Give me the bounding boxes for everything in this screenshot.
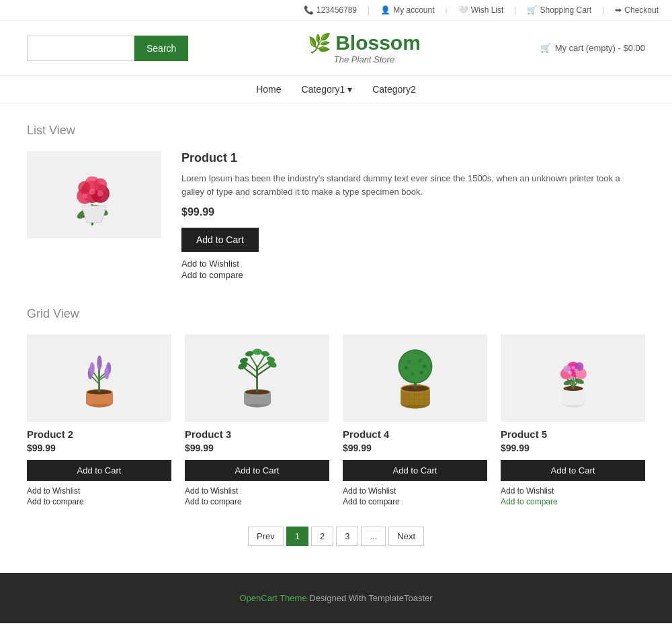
list-product-title: Product 1 xyxy=(181,151,645,165)
footer-text: Designed With TemplateToaster xyxy=(307,593,433,603)
pagination-next-button[interactable]: Next xyxy=(388,527,424,546)
list-add-to-cart-button[interactable]: Add to Cart xyxy=(181,228,259,252)
search-button[interactable]: Search xyxy=(134,36,188,61)
separator-3: | xyxy=(514,5,516,15)
footer-opencart-link[interactable]: OpenCart Theme xyxy=(239,593,306,603)
grid-add-to-cart-4-button[interactable]: Add to Cart xyxy=(343,460,487,481)
svg-point-11 xyxy=(83,193,87,198)
wish-list-link[interactable]: 🤍 Wish List xyxy=(458,5,504,15)
svg-point-25 xyxy=(104,367,109,379)
grid-product-3-image xyxy=(185,334,329,422)
checkout-icon: ➡ xyxy=(615,5,622,15)
svg-point-26 xyxy=(97,355,101,370)
search-input[interactable] xyxy=(27,36,134,61)
grid-product-5-title: Product 5 xyxy=(501,428,645,440)
pagination-page-1-button[interactable]: 1 xyxy=(286,527,308,546)
svg-point-58 xyxy=(399,351,431,382)
logo-text: Blossom xyxy=(335,32,421,54)
pagination-page-2-button[interactable]: 2 xyxy=(311,527,333,546)
grid-product-4-image xyxy=(343,334,487,422)
grid-product-4: Product 4 $99.99 Add to Cart Add to Wish… xyxy=(343,334,487,506)
svg-point-61 xyxy=(404,366,407,369)
grid-add-to-cart-2-button[interactable]: Add to Cart xyxy=(27,460,171,481)
grid-wishlist-3-link[interactable]: Add to Wishlist xyxy=(185,486,329,496)
nav: Home Category1 ▾ Category2 xyxy=(0,76,672,103)
checkout-label: Checkout xyxy=(624,5,659,15)
product4-image-svg xyxy=(388,345,442,412)
nav-home-label: Home xyxy=(256,84,281,95)
pagination-prev-button[interactable]: Prev xyxy=(248,527,284,546)
pagination: Prev 1 2 3 ... Next xyxy=(27,527,645,546)
grid-product-3-price: $99.99 xyxy=(185,443,329,453)
separator-4: | xyxy=(602,5,604,15)
grid-product-5-price: $99.99 xyxy=(501,443,645,453)
phone-number: 123456789 xyxy=(317,5,357,15)
svg-point-44 xyxy=(252,349,262,355)
grid-product-3-links: Add to Wishlist Add to compare xyxy=(185,486,329,506)
grid-wishlist-4-link[interactable]: Add to Wishlist xyxy=(343,486,487,496)
cart-area[interactable]: 🛒 My cart (empty) - $0.00 xyxy=(540,43,645,53)
list-product-price: $99.99 xyxy=(181,206,645,218)
svg-point-84 xyxy=(574,369,578,373)
nav-home[interactable]: Home xyxy=(256,84,281,95)
grid-product-2-links: Add to Wishlist Add to compare xyxy=(27,486,171,506)
svg-point-12 xyxy=(97,191,103,197)
checkout-link[interactable]: ➡ Checkout xyxy=(615,5,659,15)
product1-image-svg xyxy=(54,158,134,232)
grid-product-4-title: Product 4 xyxy=(343,428,487,440)
grid-product-2: Product 2 $99.99 Add to Cart Add to Wish… xyxy=(27,334,171,506)
grid-compare-5-link[interactable]: Add to compare xyxy=(501,497,645,506)
list-view-item: Product 1 Lorem Ipsum has been the indus… xyxy=(27,151,645,280)
grid-compare-4-link[interactable]: Add to compare xyxy=(343,497,487,506)
grid-compare-2-link[interactable]: Add to compare xyxy=(27,497,171,506)
grid-product-5-image xyxy=(501,334,645,422)
svg-point-62 xyxy=(422,365,425,368)
header: Search 🌿 Blossom The Plant Store 🛒 My ca… xyxy=(0,21,672,76)
nav-category1[interactable]: Category1 ▾ xyxy=(302,84,353,95)
svg-line-33 xyxy=(257,366,271,375)
svg-point-64 xyxy=(419,371,423,374)
main-content: List View xyxy=(13,124,659,546)
nav-category1-label: Category1 xyxy=(302,84,345,95)
grid-wishlist-5-link[interactable]: Add to Wishlist xyxy=(501,486,645,496)
separator-2: | xyxy=(446,5,448,15)
grid-product-5-links: Add to Wishlist Add to compare xyxy=(501,486,645,506)
grid-product-4-links: Add to Wishlist Add to compare xyxy=(343,486,487,506)
product2-image-svg xyxy=(73,345,126,412)
shopping-cart-link[interactable]: 🛒 Shopping Cart xyxy=(527,5,591,15)
shopping-cart-label: Shopping Cart xyxy=(540,5,591,15)
list-product-description: Lorem Ipsum has been the industry's stan… xyxy=(181,172,645,198)
grid-wishlist-2-link[interactable]: Add to Wishlist xyxy=(27,486,171,496)
pagination-page-3-button[interactable]: 3 xyxy=(336,527,358,546)
my-account-label: My account xyxy=(393,5,434,15)
svg-point-59 xyxy=(407,360,411,363)
grid-add-to-cart-5-button[interactable]: Add to Cart xyxy=(501,460,645,481)
logo-leaf-icon: 🌿 xyxy=(308,32,331,54)
account-icon: 👤 xyxy=(380,5,390,15)
list-add-to-wishlist-link[interactable]: Add to Wishlist xyxy=(181,259,645,269)
my-account-link[interactable]: 👤 My account xyxy=(380,5,434,15)
svg-marker-3 xyxy=(82,206,107,223)
nav-category2[interactable]: Category2 xyxy=(372,84,416,95)
phone-icon: 📞 xyxy=(304,5,314,15)
grid-product-2-price: $99.99 xyxy=(27,443,171,453)
nav-category2-label: Category2 xyxy=(372,84,416,95)
list-add-to-compare-link[interactable]: Add to compare xyxy=(181,270,645,280)
cart-label: My cart (empty) - $0.00 xyxy=(555,43,645,53)
list-product-links: Add to Wishlist Add to compare xyxy=(181,259,645,280)
svg-line-32 xyxy=(244,368,257,378)
grid-product-3-title: Product 3 xyxy=(185,428,329,440)
product5-image-svg xyxy=(546,345,600,412)
footer: OpenCart Theme Designed With TemplateToa… xyxy=(0,573,672,623)
grid-add-to-cart-3-button[interactable]: Add to Cart xyxy=(185,460,329,481)
grid-product-3: Product 3 $99.99 Add to Cart Add to Wish… xyxy=(185,334,329,506)
logo-title: 🌿 Blossom xyxy=(308,32,421,54)
svg-line-36 xyxy=(250,355,257,367)
svg-point-24 xyxy=(89,362,94,374)
svg-point-83 xyxy=(568,371,571,374)
phone-link[interactable]: 📞 123456789 xyxy=(304,5,357,15)
grid-product-5: Product 5 $99.99 Add to Cart Add to Wish… xyxy=(501,334,645,506)
pagination-ellipsis-button[interactable]: ... xyxy=(361,527,386,546)
grid-compare-3-link[interactable]: Add to compare xyxy=(185,497,329,506)
grid-product-4-price: $99.99 xyxy=(343,443,487,453)
